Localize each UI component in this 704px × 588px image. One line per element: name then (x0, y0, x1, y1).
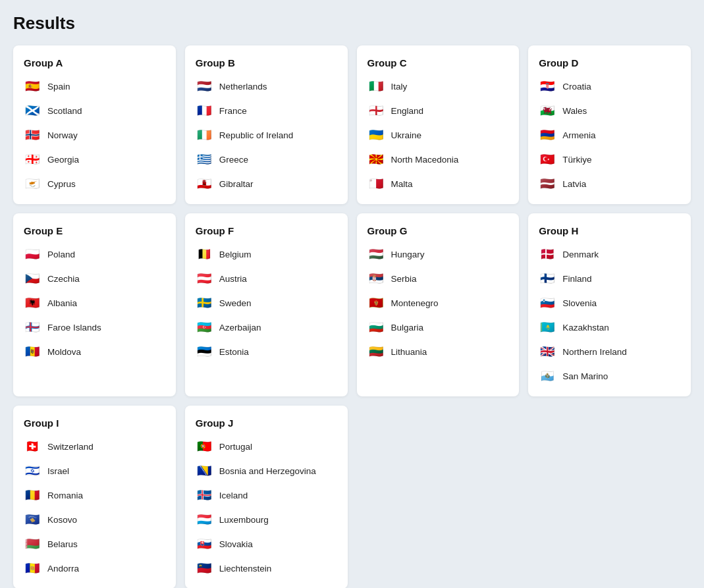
group-g-card: Group G🇭🇺Hungary🇷🇸Serbia🇲🇪Montenegro🇧🇬Bu… (357, 213, 520, 396)
country-name-label: Kosovo (47, 515, 77, 525)
country-name-label: North Macedonia (391, 155, 459, 165)
list-item: 🇲🇪Montenegro (367, 294, 509, 311)
country-name-label: Georgia (47, 155, 79, 165)
list-item: 🇮🇱Israel (24, 462, 165, 479)
austria-flag-icon: 🇦🇹 (196, 270, 213, 287)
list-item: 🇧🇬Bulgaria (367, 319, 509, 336)
list-item: 🇽🇰Kosovo (24, 511, 165, 528)
list-item: 🇨🇾Cyprus (24, 175, 165, 192)
group-g-title: Group G (367, 225, 509, 236)
country-name-label: Liechtenstein (219, 564, 272, 574)
poland-flag-icon: 🇵🇱 (24, 246, 41, 263)
lithuania-flag-icon: 🇱🇹 (367, 343, 385, 360)
country-name-label: Estonia (219, 347, 249, 357)
group-c-title: Group C (367, 57, 509, 68)
group-a-title: Group A (24, 57, 165, 68)
country-name-label: Israel (47, 466, 69, 476)
country-name-label: Scotland (47, 106, 82, 116)
sweden-flag-icon: 🇸🇪 (196, 294, 213, 311)
list-item: 🇺🇦Ukraine (367, 126, 509, 144)
country-name-label: Slovenia (562, 298, 597, 308)
kosovo-flag-icon: 🇽🇰 (24, 511, 41, 528)
israel-flag-icon: 🇮🇱 (24, 462, 41, 479)
latvia-flag-icon: 🇱🇻 (539, 175, 556, 192)
country-name-label: Montenegro (391, 298, 439, 308)
malta-flag-icon: 🇲🇹 (367, 175, 385, 192)
denmark-flag-icon: 🇩🇰 (539, 246, 556, 263)
page-title: Results (13, 13, 691, 34)
san-marino-flag-icon: 🇸🇲 (539, 367, 556, 385)
country-name-label: Italy (391, 82, 408, 92)
north-macedonia-flag-icon: 🇲🇰 (367, 151, 385, 168)
country-name-label: Norway (47, 130, 78, 140)
list-item: 🇳🇱Netherlands (196, 78, 337, 95)
norway-flag-icon: 🇳🇴 (24, 126, 41, 144)
bulgaria-flag-icon: 🇧🇬 (367, 319, 385, 336)
list-item: 🇭🇺Hungary (367, 246, 509, 263)
list-item: 🇲🇩Moldova (24, 343, 165, 360)
romania-flag-icon: 🇷🇴 (24, 487, 41, 504)
finland-flag-icon: 🇫🇮 (539, 270, 556, 287)
group-i-title: Group I (24, 417, 165, 429)
country-name-label: Belgium (219, 250, 252, 259)
bosnia-and-herzegovina-flag-icon: 🇧🇦 (196, 462, 213, 479)
list-item: 🏴󠁧󠁢󠁥󠁮󠁧󠁿England (367, 102, 509, 119)
moldova-flag-icon: 🇲🇩 (24, 343, 41, 360)
list-item: 🇫🇮Finland (539, 270, 680, 287)
greece-flag-icon: 🇬🇷 (196, 151, 213, 168)
country-name-label: Slovakia (219, 539, 253, 549)
spain-flag-icon: 🇪🇸 (24, 78, 41, 95)
list-item: 🇬🇮Gibraltar (196, 175, 337, 192)
list-item: 🇦🇲Armenia (539, 126, 680, 144)
country-name-label: Bosnia and Herzegovina (219, 466, 316, 476)
list-item: 🇩🇰Denmark (539, 246, 680, 263)
belgium-flag-icon: 🇧🇪 (196, 246, 213, 263)
faroe-islands-flag-icon: 🇫🇴 (24, 319, 41, 336)
group-e-card: Group E🇵🇱Poland🇨🇿Czechia🇦🇱Albania🇫🇴Faroe… (13, 213, 176, 396)
list-item: 🇨🇭Switzerland (24, 438, 165, 455)
list-item: 🇷🇴Romania (24, 487, 165, 504)
country-name-label: Finland (562, 274, 591, 284)
country-name-label: Faroe Islands (47, 323, 101, 333)
republic-of-ireland-flag-icon: 🇮🇪 (196, 126, 213, 144)
list-item: 🇫🇷France (196, 102, 337, 119)
croatia-flag-icon: 🇭🇷 (539, 78, 556, 95)
list-item: 🇱🇹Lithuania (367, 343, 509, 360)
country-name-label: Czechia (47, 274, 80, 284)
list-item: 🇬🇧Northern Ireland (539, 343, 680, 360)
list-item: 🇷🇸Serbia (367, 270, 509, 287)
armenia-flag-icon: 🇦🇲 (539, 126, 556, 144)
northern-ireland-flag-icon: 🇬🇧 (539, 343, 556, 360)
group-b-card: Group B🇳🇱Netherlands🇫🇷France🇮🇪Republic o… (185, 45, 348, 204)
group-b-title: Group B (196, 57, 337, 68)
country-name-label: Switzerland (47, 442, 94, 452)
list-item: 🇪🇸Spain (24, 78, 165, 95)
list-item: 🇬🇷Greece (196, 151, 337, 168)
country-name-label: Lithuania (391, 347, 427, 357)
group-c-card: Group C🇮🇹Italy🏴󠁧󠁢󠁥󠁮󠁧󠁿England🇺🇦Ukraine🇲🇰N… (357, 45, 520, 204)
belarus-flag-icon: 🇧🇾 (24, 535, 41, 552)
list-item: 🇭🇷Croatia (539, 78, 680, 95)
country-name-label: Gibraltar (219, 179, 254, 189)
azerbaijan-flag-icon: 🇦🇿 (196, 319, 213, 336)
country-name-label: Andorra (47, 564, 79, 574)
country-name-label: Serbia (391, 274, 417, 284)
group-h-card: Group H🇩🇰Denmark🇫🇮Finland🇸🇮Slovenia🇰🇿Kaz… (528, 213, 691, 396)
list-item: 🇦🇩Andorra (24, 560, 165, 577)
list-item: 🇬🇪Georgia (24, 151, 165, 168)
country-name-label: Kazakhstan (562, 323, 609, 333)
list-item: 🏴󠁧󠁢󠁷󠁬󠁳󠁿Wales (539, 102, 680, 119)
list-item: 🇹🇷Türkiye (539, 151, 680, 168)
list-item: 🇱🇮Liechtenstein (196, 560, 337, 577)
montenegro-flag-icon: 🇲🇪 (367, 294, 385, 311)
list-item: 🇵🇹Portugal (196, 438, 337, 455)
group-e-title: Group E (24, 225, 165, 236)
country-name-label: Greece (219, 155, 248, 165)
slovakia-flag-icon: 🇸🇰 (196, 535, 213, 552)
group-d-card: Group D🇭🇷Croatia🏴󠁧󠁢󠁷󠁬󠁳󠁿Wales🇦🇲Armenia🇹🇷T… (528, 45, 691, 204)
groups-grid: Group A🇪🇸Spain🏴󠁧󠁢󠁳󠁣󠁴󠁿Scotland🇳🇴Norway🇬🇪G… (13, 45, 691, 588)
list-item: 🇦🇱Albania (24, 294, 165, 311)
liechtenstein-flag-icon: 🇱🇮 (196, 560, 213, 577)
list-item: 🇰🇿Kazakhstan (539, 319, 680, 336)
country-name-label: Luxembourg (219, 515, 269, 525)
